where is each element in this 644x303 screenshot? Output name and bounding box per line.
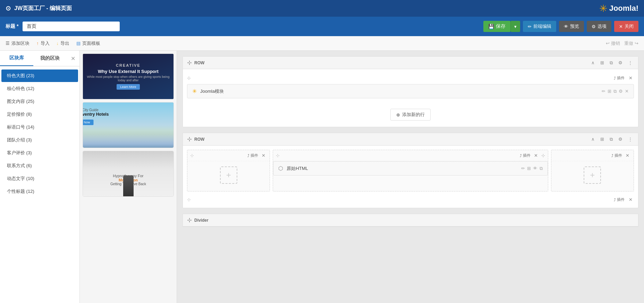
add-block-button[interactable]: ☰ 添加区块 (6, 40, 29, 47)
divider-text: Divider (194, 218, 209, 223)
gear-icon: ⚙ (592, 24, 596, 29)
dup-icon[interactable]: ⧉ (613, 89, 617, 94)
options-button[interactable]: ⚙ 选项 (587, 21, 611, 32)
col-right: ⤴ 插件 ✕ + (551, 150, 634, 191)
row-2-cols-btn[interactable]: ⊞ (599, 136, 605, 142)
row-2-body: ⊹ ⤴ 插件 ✕ + (183, 146, 638, 208)
redo-button[interactable]: 重做 ↪ (624, 40, 638, 47)
row-2-actions: ∧ ⊞ ⧉ ⚙ ⋮ (590, 136, 634, 143)
save-dropdown-button[interactable]: ▾ (510, 21, 520, 32)
col-left-move[interactable]: ⊹ (190, 153, 194, 158)
row-1-settings-btn[interactable]: ⚙ (617, 59, 624, 66)
joomla-module-actions: ✏ ⊞ ⧉ ⚙ ✕ (602, 89, 629, 94)
undo-button[interactable]: ↩ 撤销 (606, 40, 620, 47)
row-1-header: ⊹ ROW ∧ ⊞ ⧉ ⚙ ⋮ (183, 57, 638, 69)
sidebar-item-7[interactable]: 联系方式 (6) (1, 159, 78, 172)
preview-button[interactable]: 👁 预览 (559, 21, 584, 32)
tab-block-library[interactable]: 区块库 (0, 51, 33, 66)
title-label: 标题 * (6, 23, 18, 30)
thumb-creative-sub: While most people stop when others are g… (86, 75, 170, 82)
col-right-remove-btn[interactable]: ✕ (624, 152, 631, 159)
row-2-bottom-close-btn[interactable]: ✕ (627, 196, 634, 203)
close-button[interactable]: ✕ 关闭 (614, 21, 638, 32)
row-1-cols-btn[interactable]: ⊞ (599, 59, 605, 66)
row-1-actions: ∧ ⊞ ⧉ ⚙ ⋮ (590, 59, 634, 66)
col-middle-move[interactable]: ⊹ (276, 153, 280, 158)
sidebar-item-2[interactable]: 图文内容 (25) (1, 95, 78, 108)
row-1-duplicate-btn[interactable]: ⧉ (608, 59, 614, 66)
plugin-icon-right: ⤴ (611, 154, 613, 158)
import-button[interactable]: ↑ 导入 (36, 40, 50, 47)
thumb-city-heading: including Coventry Hotels (83, 112, 128, 117)
save-button-group: 💾 保存 ▾ (483, 21, 520, 32)
row-2-bottom-plugin-btn[interactable]: ⤴ 插件 (614, 197, 625, 202)
sidebar-item-6[interactable]: 客户评价 (3) (1, 147, 78, 159)
thumbnail-hypno[interactable]: Hypnotherapy For Motivation Getting The … (83, 151, 174, 197)
row-2-move-icon[interactable]: ⊹ (187, 136, 192, 142)
row-1-col-close-btn[interactable]: ✕ (627, 75, 634, 81)
edit-icon[interactable]: ✏ (602, 89, 605, 94)
add-new-row-btn-1[interactable]: ⊕ 添加新的行 (390, 109, 431, 121)
row-1-col-move[interactable]: ⊹ (187, 75, 191, 81)
row-2-duplicate-btn[interactable]: ⧉ (608, 136, 614, 143)
add-content-plus-right[interactable]: + (584, 166, 601, 184)
sidebar-item-8[interactable]: 动态文字 (10) (1, 172, 78, 185)
export-button[interactable]: ↓ 导出 (57, 40, 70, 47)
row-2-header: ⊹ ROW ∧ ⊞ ⧉ ⚙ ⋮ (183, 133, 638, 146)
col-left-remove-btn[interactable]: ✕ (260, 152, 267, 159)
col-right-plugin-btn[interactable]: ⤴ 插件 (611, 153, 622, 158)
col-right-header: ⤴ 插件 ✕ (551, 150, 634, 161)
html-block-label: 原始HTML (287, 165, 308, 172)
row-2-settings-btn[interactable]: ⚙ (617, 136, 624, 142)
row-1-collapse-btn[interactable]: ∧ (590, 59, 596, 66)
row-1-more-btn[interactable]: ⋮ (627, 59, 634, 66)
col-middle-remove-btn[interactable]: ✕ (533, 152, 539, 159)
thumb-creative-btn[interactable]: Learn More (117, 84, 139, 90)
frontend-edit-button[interactable]: ✏ 前端编辑 (523, 21, 556, 32)
divider-label: ⊹ Divider (187, 217, 209, 223)
row-2-collapse-btn[interactable]: ∧ (590, 136, 596, 142)
row-1-insert-btn[interactable]: ⤴ 插件 (614, 75, 625, 81)
html-edit-icon[interactable]: ✏ (521, 166, 525, 171)
save-button[interactable]: 💾 保存 (483, 21, 510, 32)
html-eye-icon[interactable]: 👁 (533, 166, 537, 171)
add-content-plus-left[interactable]: + (220, 166, 237, 184)
page-template-button[interactable]: ▤ 页面模板 (76, 40, 100, 47)
col-right-add-content[interactable]: + (551, 161, 634, 189)
settings-icon[interactable]: ⚙ (619, 89, 623, 94)
redo-icon: ↪ (635, 41, 638, 46)
toolbar: 标题 * 💾 保存 ▾ ✏ 前端编辑 👁 预览 ⚙ 选项 ✕ 关闭 (0, 17, 644, 36)
row-1-move-icon[interactable]: ⊹ (187, 59, 192, 66)
cols-icon[interactable]: ⊞ (608, 89, 611, 94)
sidebar-item-5[interactable]: 团队介绍 (3) (1, 134, 78, 146)
html-dup-icon[interactable]: ⧉ (540, 166, 543, 171)
template-icon: ▤ (76, 41, 80, 46)
app-title: JW页面工厂 - 编辑页面 (14, 5, 72, 12)
thumbnail-city[interactable]: Coventry City Guide including Coventry H… (83, 102, 174, 148)
thumbnail-creative[interactable]: CREATIVE Why Use External It Support Whi… (83, 54, 174, 99)
sidebar-item-9[interactable]: 个性标题 (12) (1, 185, 78, 198)
sidebar-item-1[interactable]: 核心特色 (12) (1, 82, 78, 95)
col-left-plugin-btn[interactable]: ⤴ 插件 (247, 153, 258, 158)
title-input[interactable] (23, 22, 120, 31)
sidebar-item-3[interactable]: 定价报价 (8) (1, 108, 78, 121)
row-1-text: ROW (194, 60, 204, 65)
col-middle-actions: ⤴ 插件 ✕ ⊹ (520, 152, 545, 159)
export-icon: ↓ (57, 41, 59, 46)
tab-my-blocks[interactable]: 我的区块 (33, 51, 67, 66)
sidebar-close-button[interactable]: ✕ (67, 52, 79, 65)
sidebar-item-4[interactable]: 标语口号 (14) (1, 121, 78, 133)
html-cols-icon[interactable]: ⊞ (527, 166, 531, 171)
html-icon: ⬡ (278, 165, 283, 172)
sidebar-item-0[interactable]: 特色大图 (23) (1, 69, 78, 82)
col-left-add-content[interactable]: + (187, 161, 270, 189)
row-2-bottom-move[interactable]: ⊹ (187, 197, 191, 202)
row-2-more-btn[interactable]: ⋮ (627, 136, 634, 142)
row-2-text: ROW (194, 137, 204, 142)
divider-move-icon[interactable]: ⊹ (187, 217, 192, 223)
toolbar-left: 标题 * (6, 22, 120, 31)
close-x-icon[interactable]: ✕ (625, 89, 629, 94)
save-icon: 💾 (488, 24, 494, 29)
col-middle-plugin-btn[interactable]: ⤴ 插件 (520, 153, 531, 158)
col-middle-drag-icon[interactable]: ⊹ (541, 153, 545, 158)
